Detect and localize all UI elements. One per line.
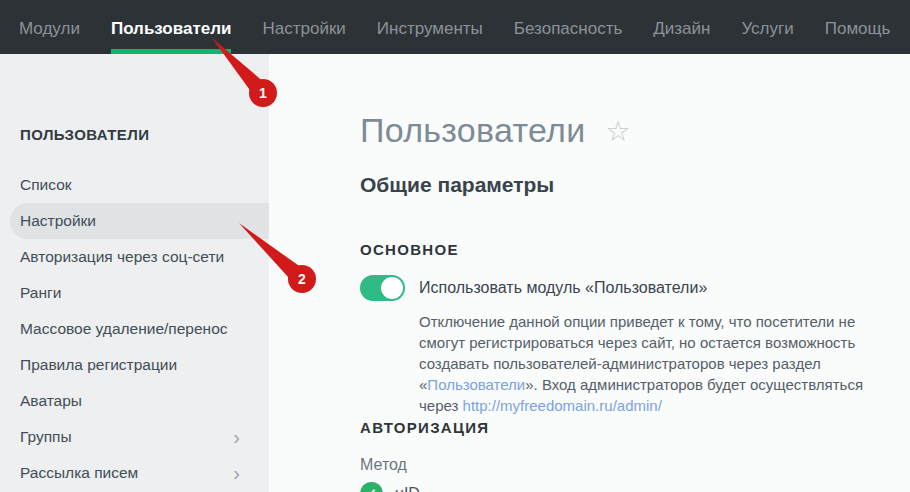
nav-item-security[interactable]: Безопасность (514, 0, 622, 54)
sidebar-item-list[interactable]: Список (0, 167, 269, 203)
nav-item-services[interactable]: Услуги (741, 0, 793, 54)
sidebar-item-label: Рассылка писем (20, 464, 138, 482)
auth-method-option-uid[interactable]: ✓ uID (360, 482, 910, 492)
method-label: Метод (360, 456, 910, 474)
chevron-right-icon: › (233, 463, 240, 483)
admin-url-link[interactable]: http://myfreedomain.ru/admin/ (463, 397, 662, 414)
nav-item-settings[interactable]: Настройки (262, 0, 345, 54)
sidebar-item-settings[interactable]: Настройки (10, 203, 269, 239)
sidebar: ПОЛЬЗОВАТЕЛИ Список Настройки Авторизаци… (0, 54, 269, 492)
toggle-knob (381, 277, 403, 299)
nav-item-users[interactable]: Пользователи (111, 0, 232, 54)
sidebar-section-title: ПОЛЬЗОВАТЕЛИ (20, 126, 269, 143)
favorite-star-icon[interactable]: ☆ (606, 118, 631, 146)
sidebar-item-social-auth[interactable]: Авторизация через соц-сети (0, 239, 269, 275)
sidebar-item-label: Группы (20, 428, 72, 446)
section-header-authorization: АВТОРИЗАЦИЯ (360, 419, 910, 436)
module-description: Отключение данной опции приведет к тому,… (419, 311, 899, 416)
top-nav-bar: Модули Пользователи Настройки Инструмент… (0, 0, 910, 54)
auth-method-option-label: uID (395, 485, 420, 492)
section-header-basic: ОСНОВНОЕ (360, 241, 910, 258)
sidebar-item-mailing[interactable]: Рассылка писем › (0, 455, 269, 491)
page-title: Пользователи (360, 111, 586, 150)
chevron-right-icon: › (233, 427, 240, 447)
sidebar-item-ranks[interactable]: Ранги (0, 275, 269, 311)
sidebar-menu: Список Настройки Авторизация через соц-с… (0, 167, 269, 491)
main-content: Пользователи ☆ Общие параметры ОСНОВНОЕ … (269, 54, 910, 492)
checkmark-icon[interactable]: ✓ (360, 482, 383, 492)
nav-item-tools[interactable]: Инструменты (377, 0, 483, 54)
sidebar-item-avatars[interactable]: Аватары (0, 383, 269, 419)
sidebar-item-mass-delete[interactable]: Массовое удаление/перенос (0, 311, 269, 347)
nav-item-help[interactable]: Помощь (825, 0, 891, 54)
nav-item-design[interactable]: Дизайн (653, 0, 710, 54)
sidebar-item-registration-rules[interactable]: Правила регистрации (0, 347, 269, 383)
page-subtitle: Общие параметры (360, 173, 910, 197)
use-module-toggle-label: Использовать модуль «Пользователи» (419, 279, 707, 297)
sidebar-item-groups[interactable]: Группы › (0, 419, 269, 455)
nav-item-modules[interactable]: Модули (19, 0, 80, 54)
users-section-link[interactable]: Пользователи (427, 376, 525, 393)
use-module-toggle[interactable] (360, 275, 405, 301)
